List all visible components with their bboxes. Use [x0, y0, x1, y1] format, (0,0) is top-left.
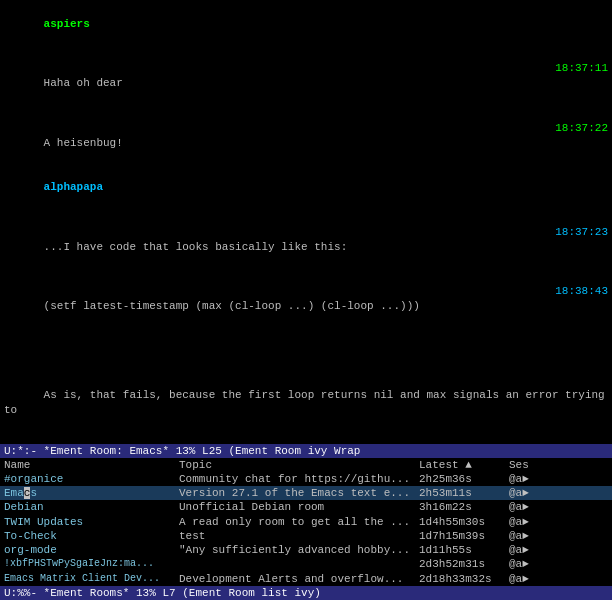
- room-name[interactable]: org-mode: [0, 543, 175, 557]
- message-user: alphapapa: [4, 165, 608, 210]
- col-header-latest: Latest ▲: [415, 459, 505, 471]
- status-bar-bottom-text: U:%%- *Ement Rooms* 13% L7 (Ement Room l…: [4, 587, 321, 599]
- table-row[interactable]: Debian Unofficial Debian room 3h16m22s @…: [0, 500, 612, 514]
- chat-line: 18:37:23 ...I have code that looks basic…: [4, 210, 608, 269]
- room-topic: A read only room to get all the ...: [175, 515, 415, 529]
- table-row[interactable]: #organice Community chat for https://git…: [0, 472, 612, 486]
- code-text: (setf latest-timestamp (max (cl-loop ...…: [44, 300, 420, 312]
- table-row[interactable]: Emacs Version 27.1 of the Emacs text e..…: [0, 486, 612, 500]
- message-user: aspiers: [4, 2, 608, 47]
- room-name[interactable]: Emacs Matrix Client Dev...: [0, 572, 175, 586]
- message-text: ...I have code that looks basically like…: [44, 241, 348, 253]
- timestamp: 18:37:11: [555, 61, 608, 76]
- room-topic: Community chat for https://githu...: [175, 472, 415, 486]
- room-ses: @a►: [505, 572, 545, 586]
- room-name[interactable]: Debian: [0, 500, 175, 514]
- room-topic: Version 27.1 of the Emacs text e...: [175, 486, 415, 500]
- chat-line: compare nil. But if I do this, it works:: [4, 432, 608, 443]
- room-ses: @a►: [505, 557, 545, 571]
- table-row[interactable]: org-mode "Any sufficiently advanced hobb…: [0, 543, 612, 557]
- room-name[interactable]: !xbfPHSTwPySgaIeJnz:ma...: [0, 557, 175, 571]
- status-bar-top: U:*:- *Ement Room: Emacs* 13% L25 (Ement…: [0, 444, 612, 458]
- room-ses: @a►: [505, 472, 545, 486]
- chat-line: [4, 329, 608, 374]
- room-name[interactable]: To-Check: [0, 529, 175, 543]
- username-alphapapa: alphapapa: [44, 181, 103, 193]
- room-topic: "Any sufficiently advanced hobby...: [175, 543, 415, 557]
- room-topic: test: [175, 529, 415, 543]
- table-row[interactable]: TWIM Updates A read only room to get all…: [0, 515, 612, 529]
- room-latest: 1d11h55s: [415, 543, 505, 557]
- chat-area: aspiers 18:37:11 Haha oh dear 18:37:22 A…: [0, 0, 612, 444]
- rooms-table-header: Name Topic Latest ▲ Ses: [0, 458, 612, 472]
- room-name[interactable]: TWIM Updates: [0, 515, 175, 529]
- chat-line: 18:37:22 A heisenbug!: [4, 106, 608, 165]
- message-text: Haha oh dear: [44, 77, 123, 89]
- room-latest: 2d18h33m32s: [415, 572, 505, 586]
- message-text: A heisenbug!: [44, 137, 123, 149]
- status-bar-bottom: U:%%- *Ement Rooms* 13% L7 (Ement Room l…: [0, 586, 612, 600]
- username-aspiers: aspiers: [44, 18, 90, 30]
- timestamp: 18:38:43: [555, 284, 608, 299]
- rooms-section: Name Topic Latest ▲ Ses #organice Commun…: [0, 458, 612, 586]
- room-name[interactable]: #organice: [0, 472, 175, 486]
- table-row[interactable]: !xbfPHSTwPySgaIeJnz:ma... 2d3h52m31s @a►: [0, 557, 612, 571]
- room-ses: @a►: [505, 515, 545, 529]
- room-latest: 3h16m22s: [415, 500, 505, 514]
- status-bar-top-text: U:*:- *Ement Room: Emacs* 13% L25 (Ement…: [4, 445, 360, 457]
- message-text: [44, 344, 51, 356]
- room-latest: 2h53m11s: [415, 486, 505, 500]
- room-latest: 2d3h52m31s: [415, 557, 505, 571]
- col-header-name: Name: [0, 459, 175, 471]
- chat-line: 18:37:11 Haha oh dear: [4, 47, 608, 106]
- room-name-rest: s: [30, 487, 37, 499]
- chat-line: As is, that fails, because the first loo…: [4, 373, 608, 432]
- table-row[interactable]: To-Check test 1d7h15m39s @a►: [0, 529, 612, 543]
- room-topic: Unofficial Debian room: [175, 500, 415, 514]
- room-topic: Development Alerts and overflow...: [175, 572, 415, 586]
- room-latest: 2h25m36s: [415, 472, 505, 486]
- col-header-ses: Ses: [505, 459, 545, 471]
- message-text: As is, that fails, because the first loo…: [4, 389, 611, 416]
- room-ses: @a►: [505, 486, 545, 500]
- timestamp: 18:37:22: [555, 121, 608, 136]
- room-name[interactable]: Emacs: [0, 486, 175, 500]
- app-window: aspiers 18:37:11 Haha oh dear 18:37:22 A…: [0, 0, 612, 600]
- col-header-topic: Topic: [175, 459, 415, 471]
- room-ses: @a►: [505, 500, 545, 514]
- room-topic: [175, 557, 415, 571]
- room-ses: @a►: [505, 529, 545, 543]
- table-row[interactable]: Emacs Matrix Client Dev... Development A…: [0, 572, 612, 586]
- room-ses: @a►: [505, 543, 545, 557]
- timestamp: 18:37:23: [555, 225, 608, 240]
- room-latest: 1d7h15m39s: [415, 529, 505, 543]
- chat-line: 18:38:43 (setf latest-timestamp (max (cl…: [4, 269, 608, 328]
- room-latest: 1d4h55m30s: [415, 515, 505, 529]
- room-name-link: Ema: [4, 487, 24, 499]
